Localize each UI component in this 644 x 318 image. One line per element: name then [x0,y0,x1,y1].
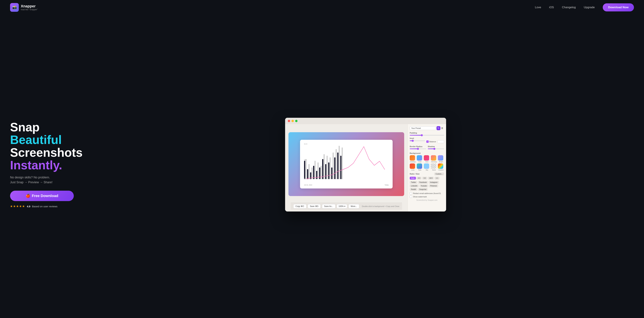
bar-group-8 [325,146,328,179]
window-titlebar [285,118,446,124]
screenshot-canvas[interactable]: $100 $50 $0 [287,126,406,203]
bar-group-11 [334,146,337,179]
chevron-down-icon: ▾ [344,205,345,208]
social-instagram[interactable]: Instagram [429,181,439,184]
bar-group-10 [331,146,334,179]
balance-input[interactable] [438,140,444,143]
ratio-4-3[interactable]: 4:3 [416,177,422,180]
nav-link-upgrade[interactable]: Upgrade [584,6,595,9]
bg-label-bright: Bright [438,161,444,163]
ratio-section: Ratio / Size Custom... Auto 4:3 3:2 16:9… [410,172,444,180]
hero-title-line1: Snap [10,121,90,134]
save-as-button[interactable]: Save As... [322,204,336,209]
free-download-button[interactable]: 🍎 Free Download [10,191,74,201]
bg-swatch-morning[interactable]: Morning [431,155,437,163]
bg-label-desktop: Desktop [410,161,416,163]
ratio-buttons: Auto 4:3 3:2 16:9 1:1 [410,177,444,180]
bg-swatch-love[interactable]: Love [410,164,416,171]
inset-slider[interactable] [410,140,425,143]
ratio-label: Ratio / Size [410,173,420,175]
inset-row: ✓ Balance [410,140,444,143]
watermark-checkbox[interactable] [410,196,412,198]
bar-group-4 [313,146,316,179]
ratio-1-1[interactable]: 1:1 [434,177,440,180]
ratio-16-9[interactable]: 16:9 [428,177,434,180]
social-reddit[interactable]: Reddit [410,188,417,191]
zoom-dropdown[interactable]: 100% ▾ [337,204,347,209]
navbar: 📸 Xnapper read like "snapper" Love iOS C… [0,0,644,15]
border-radius-slider[interactable] [410,148,426,149]
padding-label: Padding [410,132,444,134]
preset-input[interactable] [410,126,436,130]
bg-swatch-rain[interactable]: Rain [417,164,423,171]
social-snapchat[interactable]: Snapchat [418,188,428,191]
balance-checkbox[interactable]: ✓ [426,140,429,143]
nav-download-button[interactable]: Download Now [603,3,634,12]
nav-link-changelog[interactable]: Changelog [562,6,576,9]
balance-checkbox-row: ✓ Balance [426,140,436,143]
social-linkedin[interactable]: LinkedIn [410,185,419,187]
preset-row: ↻ 🗑 [410,126,444,130]
bar-group-6 [319,146,322,179]
bg-swatch-none[interactable]: None [431,164,437,171]
chart-y-label-bot: $0 [304,178,306,180]
ratio-3-2[interactable]: 3:2 [422,177,427,180]
redact-checkbox[interactable] [410,192,412,195]
social-youtube[interactable]: Youtube [420,185,428,187]
maximize-button-icon[interactable] [295,120,298,122]
logo-icon: 📸 [10,3,19,12]
bar-group-3 [310,146,312,179]
bg-swatch-nice[interactable]: Nice [424,155,430,163]
bg-swatch-custom[interactable]: Custom [438,164,444,171]
bg-swatch-cool[interactable]: Cool [417,155,423,163]
bg-swatch-desktop[interactable]: Desktop [410,155,416,163]
inset-label: Inset [410,137,444,139]
window-body: $100 $50 $0 [285,124,446,212]
zoom-label: 100% [338,205,344,208]
bg-label-custom: Custom [438,169,444,171]
hero-app-preview: $100 $50 $0 [97,118,634,212]
bg-label-nice: Nice [424,161,430,163]
border-shadow-row: Border Radius Shadow [410,145,444,151]
shadow-slider[interactable] [428,148,444,149]
chart-y-label-top: $100 [304,143,308,145]
logo-text: Xnapper read like "snapper" [21,4,38,11]
bg-label-cool: Cool [417,161,423,163]
background-label: Background [410,152,444,154]
free-download-label: Free Download [32,194,58,198]
close-button-icon[interactable] [288,120,290,122]
bar-group-2 [307,146,310,179]
chart-x-start: Jul 22, 2022 [304,184,312,186]
bg-swatch-bright[interactable]: Bright [438,155,444,163]
watermark-option-row: Show watermark [410,196,444,198]
toolbar-hint: Double-click to background = Copy and Cl… [362,205,400,207]
hero-title-line4: Instantly. [10,159,90,172]
hero-title-line3: Screenshots [10,146,90,159]
nav-link-ios[interactable]: iOS [549,6,554,9]
bg-label-love: Love [410,169,416,171]
preset-delete-icon[interactable]: 🗑 [440,126,444,130]
nav-link-love[interactable]: Love [535,6,541,9]
preset-refresh-icon[interactable]: ↻ [436,126,440,130]
social-facebook[interactable]: Facebook [418,181,428,184]
padding-slider[interactable] [410,135,444,135]
hero-subtitle: No design skills? No problem. Just Snap … [10,175,90,185]
social-pinterest[interactable]: Pinterest [429,185,438,187]
window-toolbar: Copy ⌘C Save ⌘S Save As... 100% ▾ More..… [291,203,402,210]
minimize-button-icon[interactable] [292,120,294,122]
redact-option-row: Redact email addresses (found 0) [410,192,444,195]
social-buttons: Twitter Facebook Instagram LinkedIn Yout… [410,181,444,191]
star-rating-icon: ★★★★★ [10,204,25,208]
more-button[interactable]: More... [348,204,359,209]
chart-y-label-mid: $50 [304,159,306,161]
social-twitter[interactable]: Twitter [410,181,417,184]
save-button[interactable]: Save ⌘S [308,204,321,209]
bg-label-rain: Rain [417,169,423,171]
ratio-auto[interactable]: Auto [410,177,416,180]
copy-button[interactable]: Copy ⌘C [293,204,306,209]
bar-group-9 [328,146,331,179]
bg-swatch-sky[interactable]: Sky [424,164,430,171]
bar-group-1 [304,146,306,179]
chart-x-labels: Jul 22, 2022 Today [303,184,390,186]
custom-ratio-button[interactable]: Custom... [434,173,444,175]
